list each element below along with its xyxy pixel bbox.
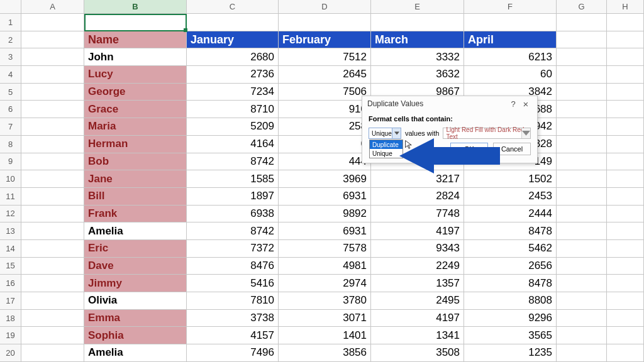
- cell[interactable]: [607, 118, 644, 135]
- value-cell[interactable]: 4981: [279, 258, 371, 275]
- cell[interactable]: [607, 222, 644, 239]
- cell[interactable]: [21, 275, 84, 292]
- month-header-cell[interactable]: April: [464, 31, 557, 48]
- row-header[interactable]: 8: [0, 136, 21, 153]
- help-icon[interactable]: ?: [507, 99, 519, 109]
- cell[interactable]: [187, 14, 279, 31]
- value-cell[interactable]: 8808: [464, 292, 557, 309]
- row-header[interactable]: 13: [0, 222, 21, 239]
- name-cell[interactable]: Bill: [84, 188, 187, 205]
- value-cell[interactable]: 910: [279, 101, 371, 118]
- row-header[interactable]: 1: [0, 14, 21, 31]
- row-header[interactable]: 19: [0, 327, 21, 344]
- cell[interactable]: [557, 222, 607, 239]
- cell[interactable]: [557, 84, 607, 101]
- cell[interactable]: [607, 31, 644, 48]
- name-cell[interactable]: John: [84, 48, 187, 65]
- value-cell[interactable]: 2680: [187, 48, 279, 65]
- month-header-cell[interactable]: January: [187, 31, 279, 48]
- cell[interactable]: [21, 258, 84, 275]
- cell[interactable]: [557, 258, 607, 275]
- cell[interactable]: [21, 206, 84, 222]
- cell[interactable]: [607, 206, 644, 222]
- value-cell[interactable]: 2495: [371, 292, 464, 309]
- value-cell[interactable]: 7578: [279, 240, 371, 257]
- value-cell[interactable]: 1235: [464, 344, 557, 361]
- cell[interactable]: [607, 275, 644, 292]
- value-cell[interactable]: 1897: [187, 188, 279, 205]
- col-header-f[interactable]: F: [464, 0, 557, 13]
- name-cell[interactable]: Maria: [84, 118, 187, 135]
- dialog-titlebar[interactable]: Duplicate Values ? ×: [362, 96, 537, 111]
- value-cell[interactable]: 6: [279, 136, 371, 153]
- name-cell[interactable]: Grace: [84, 101, 187, 118]
- row-header[interactable]: 9: [0, 153, 21, 170]
- col-header-c[interactable]: C: [187, 0, 279, 13]
- cell[interactable]: [557, 31, 607, 48]
- select-all-corner[interactable]: [0, 0, 21, 13]
- value-cell[interactable]: 8742: [187, 153, 279, 170]
- cell[interactable]: [21, 170, 84, 187]
- value-cell[interactable]: 1585: [187, 170, 279, 187]
- cell[interactable]: [21, 327, 84, 344]
- value-cell[interactable]: 7496: [187, 344, 279, 361]
- row-header[interactable]: 17: [0, 292, 21, 309]
- cell[interactable]: [607, 136, 644, 153]
- month-header-cell[interactable]: February: [279, 31, 371, 48]
- cell[interactable]: [279, 14, 371, 31]
- cell[interactable]: [21, 118, 84, 135]
- value-cell[interactable]: 1341: [371, 327, 464, 344]
- col-header-g[interactable]: G: [557, 0, 607, 13]
- value-cell[interactable]: 2249: [371, 258, 464, 275]
- value-cell[interactable]: 9296: [464, 310, 557, 327]
- value-cell[interactable]: 3508: [371, 344, 464, 361]
- cell[interactable]: [557, 153, 607, 170]
- value-cell[interactable]: 7512: [279, 48, 371, 65]
- row-header[interactable]: 14: [0, 240, 21, 257]
- cell[interactable]: [21, 84, 84, 101]
- cell[interactable]: [21, 344, 84, 361]
- value-cell[interactable]: 7810: [187, 292, 279, 309]
- cell[interactable]: [557, 48, 607, 65]
- name-cell[interactable]: Olivia: [84, 292, 187, 309]
- value-cell[interactable]: 3565: [464, 327, 557, 344]
- col-header-a[interactable]: A: [21, 0, 84, 13]
- cell[interactable]: [607, 48, 644, 65]
- name-cell[interactable]: Sophia: [84, 327, 187, 344]
- value-cell[interactable]: 4164: [187, 136, 279, 153]
- value-cell[interactable]: 8478: [464, 222, 557, 239]
- col-header-h[interactable]: H: [607, 0, 644, 13]
- value-cell[interactable]: 6213: [464, 48, 557, 65]
- value-cell[interactable]: 9343: [371, 240, 464, 257]
- value-cell[interactable]: 3738: [187, 310, 279, 327]
- cell[interactable]: [557, 66, 607, 83]
- cell[interactable]: [607, 66, 644, 83]
- value-cell[interactable]: 7748: [371, 206, 464, 222]
- value-cell[interactable]: 2645: [279, 66, 371, 83]
- value-cell[interactable]: 8476: [187, 258, 279, 275]
- cell[interactable]: [21, 14, 84, 31]
- cell[interactable]: [21, 310, 84, 327]
- cell[interactable]: [607, 101, 644, 118]
- cell[interactable]: [21, 48, 84, 65]
- cell[interactable]: [21, 188, 84, 205]
- value-cell[interactable]: 7372: [187, 240, 279, 257]
- row-header[interactable]: 15: [0, 258, 21, 275]
- value-cell[interactable]: 6931: [279, 222, 371, 239]
- row-header[interactable]: 4: [0, 66, 21, 83]
- name-cell[interactable]: Eric: [84, 240, 187, 257]
- value-cell[interactable]: 2824: [371, 188, 464, 205]
- cell[interactable]: [21, 66, 84, 83]
- cell[interactable]: [557, 101, 607, 118]
- cell[interactable]: [557, 240, 607, 257]
- value-cell[interactable]: 4157: [187, 327, 279, 344]
- cell[interactable]: [557, 136, 607, 153]
- value-cell[interactable]: 1357: [371, 275, 464, 292]
- cell[interactable]: [607, 188, 644, 205]
- name-cell[interactable]: Frank: [84, 206, 187, 222]
- cell[interactable]: [21, 136, 84, 153]
- value-cell[interactable]: 2444: [464, 206, 557, 222]
- value-cell[interactable]: 5462: [464, 240, 557, 257]
- value-cell[interactable]: 1401: [279, 327, 371, 344]
- value-cell[interactable]: 4197: [371, 310, 464, 327]
